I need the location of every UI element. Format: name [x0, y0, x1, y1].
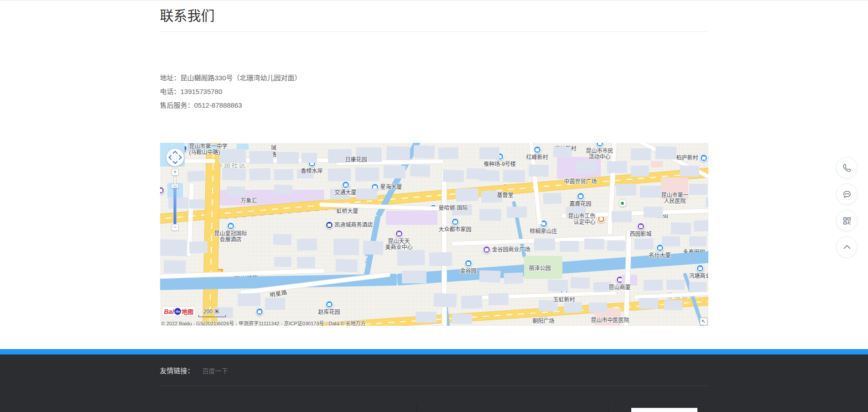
map-building-block — [386, 146, 410, 161]
baidu-logo[interactable]: Bai du 地图 — [162, 307, 196, 316]
map-building-block — [506, 207, 526, 218]
map-poi-label: 日康花园 — [345, 157, 367, 163]
footer: 友情链接：百度一下 — [0, 355, 868, 412]
map-building-block — [452, 314, 472, 324]
map-building-block — [273, 234, 291, 245]
map-building-block — [277, 152, 299, 164]
map-resize-corner-icon[interactable]: ↖ — [700, 318, 707, 325]
map-poi-mall-icon — [637, 222, 645, 230]
map-building-block — [168, 198, 188, 209]
map-building-block — [560, 241, 579, 252]
map-zoom-slider-thumb[interactable] — [171, 184, 179, 188]
map-poi-bldg-icon — [696, 264, 704, 272]
map-building-block — [187, 171, 205, 181]
phone-button[interactable] — [836, 157, 858, 178]
map-poi-mall-icon — [395, 229, 403, 238]
map-poi-label: 嘉鹿花园 — [549, 201, 613, 207]
map-building-block — [296, 257, 315, 268]
map-building-block — [160, 239, 187, 256]
map-building-block — [639, 298, 658, 309]
map-poi-bldg-icon — [255, 308, 264, 316]
map-building-block — [503, 170, 525, 183]
map-poi-label: 朝阳广场 — [512, 318, 576, 324]
qrcode-button[interactable] — [836, 210, 858, 231]
map-pan-control[interactable] — [166, 148, 184, 167]
map-zoom-track-fill[interactable] — [173, 186, 177, 224]
map-zoom-out-button[interactable]: − — [172, 224, 179, 231]
map-building-block — [563, 302, 582, 313]
chevron-up-icon — [842, 242, 852, 253]
map-poi-label: 昆山商厦 — [588, 285, 652, 291]
baidu-map[interactable]: S339叶荷河娄江朝阳西路明星路震川西路前进西路珹路江浦路超华城市广场后塘新村华… — [160, 143, 708, 326]
map-building-block — [410, 164, 430, 177]
map-building-block — [335, 259, 358, 272]
map-building-block — [479, 147, 499, 159]
map-building-block — [689, 236, 707, 246]
map-poi-label: 中茵世贸广场 — [549, 179, 613, 185]
page: 联系我们 地址：昆山樾阁路330号（北珊湾幼儿园对面） 电话：139157357… — [0, 0, 868, 412]
floating-action-stack — [836, 157, 858, 263]
map-poi-label: 昆山市市民活动中心 — [568, 148, 632, 160]
map-building-block — [488, 293, 508, 306]
pan-up-icon[interactable] — [172, 151, 177, 156]
map-building-block — [689, 282, 706, 292]
map-poi-label: 昆山市第一人民医院 — [643, 193, 707, 204]
message-button[interactable] — [836, 183, 858, 205]
map-poi-label: 交通大厦 — [314, 190, 378, 196]
contact-address: 地址：昆山樾阁路330号（北珊湾幼儿园对面） — [160, 71, 708, 85]
map-building-block — [607, 161, 627, 173]
map-poi-hotel-icon — [325, 221, 333, 229]
map-poi-label: 红峰新村 — [505, 155, 569, 161]
map-hospital-area — [651, 161, 663, 167]
pan-left-icon[interactable] — [168, 155, 173, 160]
map-poi-bldg-icon — [577, 192, 585, 200]
map-building-block — [466, 168, 486, 179]
map-scale-label: 200 米 — [198, 307, 225, 315]
chat-bubble-icon — [842, 189, 852, 199]
map-zoom-in-button[interactable]: + — [172, 169, 179, 176]
back-to-top-button[interactable] — [836, 236, 858, 258]
map-mall-area — [386, 211, 437, 225]
map-building-block — [226, 187, 244, 196]
phone-icon — [842, 163, 852, 173]
map-building-block — [588, 302, 607, 313]
map-poi-bldg-icon — [451, 218, 459, 226]
map-building-block — [237, 293, 260, 307]
map-building-block — [274, 257, 291, 267]
contact-phone: 电话：13915735780 — [160, 85, 708, 99]
map-building-block — [189, 241, 208, 253]
pan-right-icon[interactable] — [177, 155, 182, 160]
map-building-block — [664, 300, 682, 311]
map-building-block — [222, 168, 246, 181]
map-building-block — [189, 199, 205, 209]
map-building-block — [416, 312, 437, 323]
contact-after-sales: 售后服务：0512-87888863 — [160, 99, 708, 112]
map-scale-bar — [198, 315, 226, 317]
map-poi-bldg-icon — [342, 181, 350, 189]
map-building-block — [442, 170, 463, 183]
map-building-block — [438, 147, 458, 160]
friendly-link-baidu[interactable]: 百度一下 — [203, 367, 228, 375]
map-poi-label: 名仕大厦 — [628, 253, 692, 259]
map-poi-label: 虹桥大厦 — [316, 209, 379, 214]
footer-column-divider — [608, 405, 608, 412]
map-poi-bldg-icon — [325, 300, 333, 308]
qrcode-icon — [842, 216, 852, 226]
map-building-block — [680, 165, 699, 177]
map-building-block — [612, 211, 632, 222]
map-building-block — [333, 239, 359, 255]
map-building-block — [461, 295, 482, 309]
footer-accent-strip — [0, 349, 868, 355]
baidu-paw-icon: du — [174, 308, 181, 315]
pan-down-icon[interactable] — [172, 159, 177, 164]
map-building-block — [693, 220, 708, 231]
contact-info: 地址：昆山樾阁路330号（北珊湾幼儿园对面） 电话：13915735780 售后… — [160, 71, 708, 112]
map-building-block — [661, 236, 680, 247]
map-building-block — [296, 238, 317, 251]
map-building-block — [666, 280, 685, 290]
map-building-block — [634, 238, 654, 250]
map-building-block — [413, 145, 435, 159]
map-building-block — [274, 184, 292, 194]
map-poi-label: 丽泽公园 — [487, 266, 551, 271]
map-building-block — [547, 280, 567, 292]
